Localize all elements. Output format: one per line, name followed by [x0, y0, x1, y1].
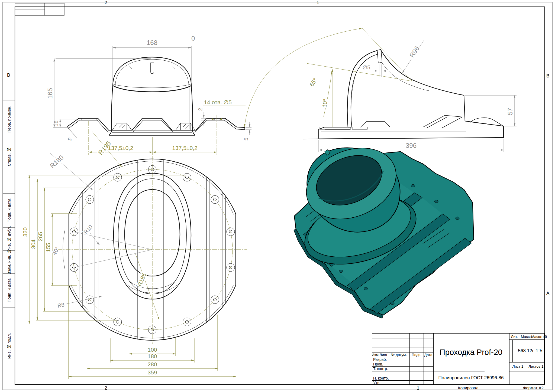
- side-view: [319, 49, 504, 139]
- tb-row-nkontr2: Н. контр.: [372, 376, 389, 380]
- dim-top-359: 359: [147, 369, 157, 375]
- top-view-dimensions: R180 R195 320 304 265 155 40° R10 R8 R18…: [22, 132, 236, 379]
- sidebar-label-sprav: Справ. №: [3, 138, 15, 176]
- dim-top-r186: R186: [136, 272, 147, 287]
- zone-letter-right-a: А: [546, 291, 549, 296]
- tb-col-sign: Подп.: [409, 352, 424, 357]
- sidebar-label-podp-data-1: Подп. и дата: [3, 194, 15, 227]
- tb-row-utv: Утв.: [372, 380, 389, 385]
- dim-front-edge-height: 5: [243, 138, 249, 141]
- tb-col-date: Дата: [424, 352, 433, 357]
- tb-mass-value: 568.12г.: [520, 339, 533, 362]
- tb-row-razrab: Разраб.: [372, 357, 389, 362]
- dim-top-320: 320: [22, 227, 28, 237]
- dim-side-angle65: 65°: [308, 77, 318, 87]
- dim-side-angle10: 10°: [321, 99, 328, 108]
- tb-mass-label: Масса: [520, 334, 533, 339]
- dim-side-l396: 396: [406, 142, 417, 149]
- dim-top-r180: R180: [49, 153, 65, 169]
- dim-top-40deg: 40°: [51, 246, 60, 256]
- zone-number-bottom-2: 2: [105, 386, 107, 391]
- tb-col-list: Лист: [379, 352, 388, 357]
- title-block: Изм. Лист № докум. Подп. Дата Разраб. Пр…: [372, 333, 545, 384]
- dim-top-265: 265: [37, 232, 43, 241]
- dim-top-304: 304: [30, 239, 36, 249]
- tb-scale-label: Масштаб: [533, 334, 545, 339]
- tb-part-title: Проходка Prof-20: [433, 334, 509, 371]
- side-view-dimensions: 65° 10° ∅5 R96 57 396: [244, 28, 517, 152]
- dim-top-280: 280: [147, 361, 157, 367]
- dim-top-180: 180: [147, 353, 157, 359]
- sidebar-label-perv-primen: Перв. примен.: [3, 100, 15, 138]
- tb-row-prov: Пров.: [372, 362, 389, 366]
- dim-front-datum: 0: [191, 35, 195, 42]
- dim-top-r8: R8: [57, 302, 65, 309]
- footer-copied: Копировал: [458, 386, 478, 390]
- sidebar-label-inv-dubl: Инв. № дубл.: [3, 227, 15, 250]
- sidebar-label-vzam-inv: Взам. инв. №: [3, 250, 15, 273]
- dim-top-r10: R10: [82, 224, 93, 235]
- tb-col-doc: № докум.: [388, 352, 409, 357]
- tb-scale-value: 1:5: [533, 339, 545, 362]
- sidebar-label-inv-podl: Инв. № подл.: [3, 307, 15, 384]
- drawing-sheet: 168 0 165 18 5 137,5±0,2 137,5±0,2 2 14 …: [0, 0, 555, 392]
- dim-front-holes: 14 отв. ∅5: [204, 99, 232, 105]
- dim-front-width: 168: [147, 39, 157, 46]
- tb-material: Полипропилен ГОСТ 26996-86: [433, 371, 509, 385]
- dim-top-100: 100: [147, 347, 157, 353]
- dim-front-thickness: 2: [197, 108, 203, 111]
- dim-front-height: 165: [46, 88, 54, 99]
- zone-letter-left-v: В: [7, 73, 10, 78]
- tb-col-izm: Изм.: [372, 352, 379, 357]
- tb-sheets: Листов 1: [527, 362, 545, 371]
- dim-front-tip: 5: [66, 136, 73, 142]
- zone-number-top-1: 1: [317, 0, 319, 5]
- front-view: [67, 55, 245, 141]
- tb-sheet: Лист 1: [509, 362, 527, 371]
- sheet-frame: [3, 2, 552, 390]
- sidebar-label-podp-data-2: Подп. и дата: [3, 273, 15, 307]
- footer-format: Формат A2: [523, 386, 544, 390]
- zone-letter-right-v: В: [546, 73, 549, 79]
- dim-front-pitch-left: 137,5±0,2: [108, 145, 133, 151]
- zone-number-bottom-1: 1: [417, 386, 419, 391]
- front-view-dimensions: 168 0 165 18 5 137,5±0,2 137,5±0,2 2 14 …: [46, 35, 251, 155]
- tb-row-tkontr: Т. контр.: [372, 366, 389, 371]
- dim-front-flange: 18: [53, 120, 59, 126]
- top-view: [57, 156, 247, 344]
- zone-number-top-2: 2: [105, 0, 107, 5]
- dim-side-dia: ∅5: [363, 64, 370, 70]
- dim-side-r96: R96: [408, 45, 421, 59]
- tb-lit-label: Лит.: [509, 334, 520, 339]
- dim-top-155: 155: [45, 243, 51, 252]
- iso-view: [294, 135, 474, 318]
- dim-side-h57: 57: [506, 108, 514, 115]
- dim-front-pitch-right: 137,5±0,2: [172, 145, 197, 151]
